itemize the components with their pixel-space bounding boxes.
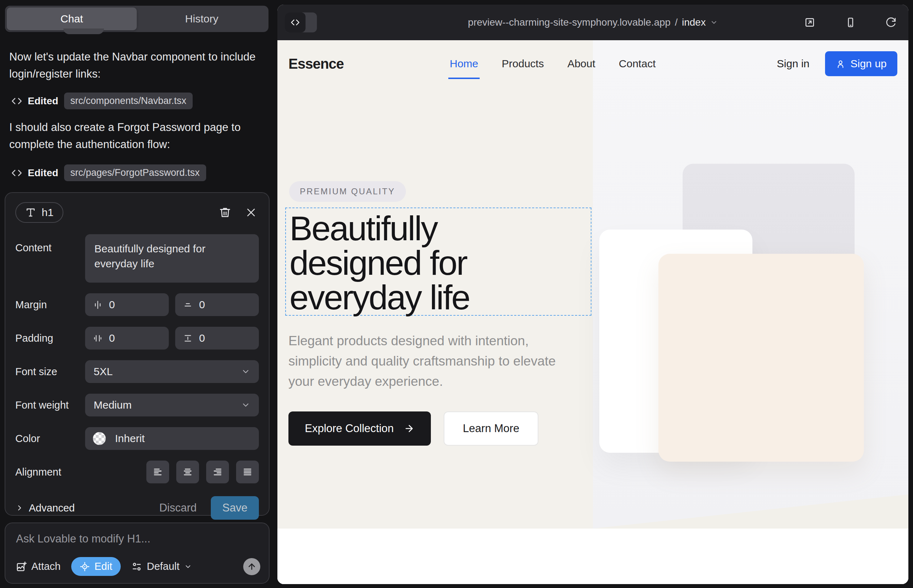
preview-window: preview--charming-site-symphony.lovable.… — [277, 5, 908, 584]
trash-icon — [219, 207, 231, 218]
tab-history[interactable]: History — [137, 8, 267, 30]
close-icon — [245, 207, 257, 218]
align-justify-button[interactable] — [236, 460, 259, 483]
alignment-label: Alignment — [15, 466, 85, 478]
nav-link-contact[interactable]: Contact — [619, 58, 656, 70]
margin-y-input[interactable]: 0 — [175, 293, 259, 316]
edit-label: Edit — [94, 561, 112, 572]
scrolled-chat-pill — [63, 29, 104, 34]
element-tag-label: h1 — [42, 207, 53, 218]
font-size-field-row: Font size 5XL — [15, 360, 259, 383]
align-center-button[interactable] — [176, 460, 199, 483]
code-icon — [11, 168, 22, 178]
sliders-icon — [131, 561, 142, 572]
padding-y-input[interactable]: 0 — [175, 327, 259, 349]
nav-link-about[interactable]: About — [567, 58, 595, 70]
edited-file-row: Edited src/components/Navbar.tsx — [11, 92, 193, 109]
content-label: Content — [15, 242, 85, 254]
align-left-icon — [152, 466, 163, 478]
margin-vertical-icon — [183, 300, 193, 310]
edit-mode-button[interactable]: Edit — [71, 557, 121, 576]
margin-x-input[interactable]: 0 — [85, 293, 169, 316]
nav-link-home[interactable]: Home — [450, 58, 478, 70]
element-editor-panel: h1 Content Beautifully designed for ever… — [5, 192, 270, 516]
save-button[interactable]: Save — [211, 496, 259, 520]
content-textarea[interactable]: Beautifully designed for everyday life — [85, 234, 259, 283]
edited-label: Edited — [28, 167, 58, 179]
padding-horizontal-icon — [93, 333, 102, 343]
refresh-button[interactable] — [883, 15, 899, 30]
chat-sidebar: Chat History Now let's update the Navbar… — [0, 0, 277, 588]
hero-heading-line: designed for — [290, 246, 591, 280]
delete-element-button[interactable] — [217, 204, 233, 221]
site-nav-links: Home Products About Contact — [450, 40, 656, 87]
site-logo[interactable]: Essence — [288, 56, 344, 72]
font-size-label: Font size — [15, 366, 85, 378]
external-link-icon — [804, 17, 816, 28]
padding-field-row: Padding 0 0 — [15, 327, 259, 349]
chevron-right-icon — [15, 504, 24, 512]
file-chip[interactable]: src/pages/ForgotPassword.tsx — [64, 165, 206, 181]
advanced-label: Advanced — [29, 502, 75, 514]
padding-label: Padding — [15, 333, 85, 344]
preview-url: preview--charming-site-symphony.lovable.… — [468, 17, 670, 28]
hero-description: Elegant products designed with intention… — [288, 331, 573, 391]
selected-element-badge[interactable]: h1 — [15, 202, 63, 223]
color-picker-field[interactable]: Inherit — [85, 427, 259, 450]
sign-in-button[interactable]: Sign in — [777, 58, 810, 70]
smartphone-icon — [845, 17, 856, 28]
attach-label: Attach — [31, 561, 60, 572]
url-bar[interactable]: preview--charming-site-symphony.lovable.… — [468, 17, 718, 28]
learn-more-button[interactable]: Learn More — [444, 412, 539, 446]
transparent-swatch-icon — [93, 432, 106, 445]
editor-header: h1 — [15, 202, 259, 223]
discard-button[interactable]: Discard — [159, 501, 197, 514]
decorative-wedge — [593, 494, 908, 528]
font-weight-select[interactable]: Medium — [85, 394, 259, 417]
hero-heading-line: everyday life — [290, 280, 591, 315]
alignment-field-row: Alignment — [15, 460, 259, 483]
mobile-view-button[interactable] — [842, 15, 858, 30]
advanced-toggle[interactable]: Advanced — [15, 502, 75, 514]
color-value: Inherit — [115, 433, 144, 444]
explore-collection-button[interactable]: Explore Collection — [288, 412, 431, 446]
margin-y-value: 0 — [199, 299, 205, 311]
chevron-down-icon — [184, 563, 192, 570]
chevron-down-icon — [241, 401, 250, 410]
code-view-toggle[interactable] — [285, 13, 317, 32]
chat-history-tabs: Chat History — [5, 6, 269, 32]
font-size-select[interactable]: 5XL — [85, 360, 259, 383]
refresh-icon — [885, 17, 897, 28]
hero-cta-group: Explore Collection Learn More — [288, 412, 538, 446]
hero-heading: Beautifully designed for everyday life — [290, 211, 591, 315]
chat-message: Now let's update the Navbar component to… — [9, 48, 263, 82]
attach-button[interactable]: Attach — [16, 561, 60, 572]
tab-chat[interactable]: Chat — [7, 8, 137, 30]
font-size-value: 5XL — [94, 365, 113, 378]
composer-toolbar: Attach Edit Default — [16, 557, 260, 576]
code-icon — [11, 96, 22, 107]
code-icon — [285, 13, 306, 32]
chevron-down-icon — [710, 18, 718, 26]
mode-select-button[interactable]: Default — [131, 561, 192, 572]
align-right-button[interactable] — [206, 460, 229, 483]
open-external-button[interactable] — [802, 15, 817, 30]
editor-footer: Advanced Discard Save — [15, 496, 259, 520]
explore-collection-label: Explore Collection — [305, 422, 394, 435]
chevron-down-icon — [241, 367, 250, 376]
send-button[interactable] — [243, 558, 260, 575]
selected-h1-element[interactable]: Beautifully designed for everyday life — [285, 207, 591, 316]
sign-up-button[interactable]: Sign up — [825, 51, 897, 76]
margin-label: Margin — [15, 299, 85, 311]
close-editor-button[interactable] — [243, 205, 259, 220]
arrow-right-icon — [404, 423, 414, 434]
next-section-strip — [277, 528, 908, 584]
nav-link-products[interactable]: Products — [502, 58, 544, 70]
prompt-input[interactable]: Ask Lovable to modify H1... — [16, 533, 258, 545]
file-chip[interactable]: src/components/Navbar.tsx — [64, 92, 193, 109]
padding-x-input[interactable]: 0 — [85, 327, 169, 349]
prompt-composer: Ask Lovable to modify H1... Attach Edit … — [5, 522, 270, 584]
align-left-button[interactable] — [146, 460, 169, 483]
preview-path: index — [682, 17, 706, 28]
margin-field-row: Margin 0 0 — [15, 293, 259, 316]
